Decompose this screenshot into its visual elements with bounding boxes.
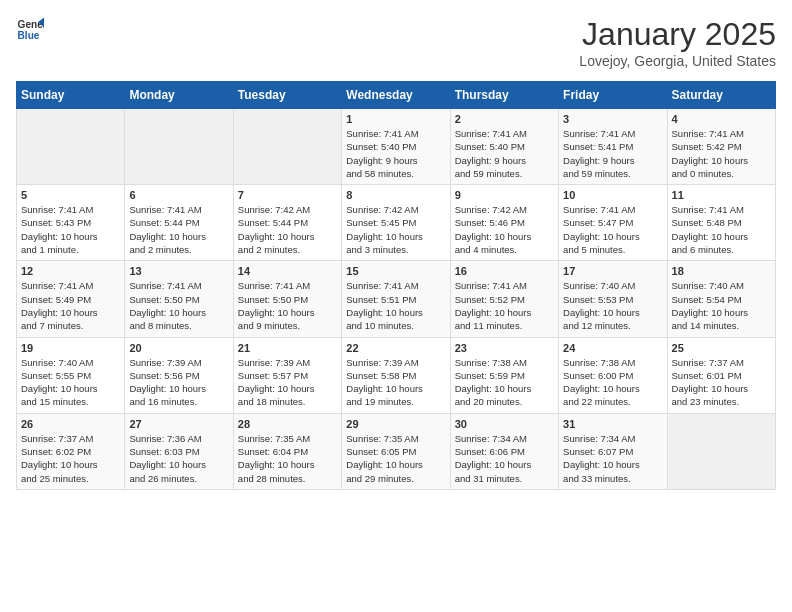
calendar-cell: 14Sunrise: 7:41 AM Sunset: 5:50 PM Dayli… (233, 261, 341, 337)
calendar-cell: 23Sunrise: 7:38 AM Sunset: 5:59 PM Dayli… (450, 337, 558, 413)
calendar-cell: 9Sunrise: 7:42 AM Sunset: 5:46 PM Daylig… (450, 185, 558, 261)
weekday-header: Thursday (450, 82, 558, 109)
calendar-cell (233, 109, 341, 185)
calendar-cell: 20Sunrise: 7:39 AM Sunset: 5:56 PM Dayli… (125, 337, 233, 413)
day-number: 1 (346, 113, 445, 125)
day-number: 20 (129, 342, 228, 354)
day-info: Sunrise: 7:42 AM Sunset: 5:46 PM Dayligh… (455, 203, 554, 256)
day-number: 19 (21, 342, 120, 354)
day-info: Sunrise: 7:35 AM Sunset: 6:05 PM Dayligh… (346, 432, 445, 485)
day-number: 22 (346, 342, 445, 354)
calendar-cell: 21Sunrise: 7:39 AM Sunset: 5:57 PM Dayli… (233, 337, 341, 413)
svg-text:Blue: Blue (18, 30, 40, 41)
page-header: General Blue January 2025 Lovejoy, Georg… (16, 16, 776, 69)
calendar-cell: 2Sunrise: 7:41 AM Sunset: 5:40 PM Daylig… (450, 109, 558, 185)
day-number: 13 (129, 265, 228, 277)
day-number: 2 (455, 113, 554, 125)
calendar-table: SundayMondayTuesdayWednesdayThursdayFrid… (16, 81, 776, 490)
day-number: 31 (563, 418, 662, 430)
day-number: 16 (455, 265, 554, 277)
day-number: 23 (455, 342, 554, 354)
day-info: Sunrise: 7:35 AM Sunset: 6:04 PM Dayligh… (238, 432, 337, 485)
calendar-cell: 17Sunrise: 7:40 AM Sunset: 5:53 PM Dayli… (559, 261, 667, 337)
logo: General Blue (16, 16, 48, 44)
day-number: 5 (21, 189, 120, 201)
calendar-cell: 26Sunrise: 7:37 AM Sunset: 6:02 PM Dayli… (17, 413, 125, 489)
calendar-cell: 31Sunrise: 7:34 AM Sunset: 6:07 PM Dayli… (559, 413, 667, 489)
calendar-cell: 24Sunrise: 7:38 AM Sunset: 6:00 PM Dayli… (559, 337, 667, 413)
day-info: Sunrise: 7:38 AM Sunset: 6:00 PM Dayligh… (563, 356, 662, 409)
day-number: 28 (238, 418, 337, 430)
weekday-header: Wednesday (342, 82, 450, 109)
calendar-cell: 12Sunrise: 7:41 AM Sunset: 5:49 PM Dayli… (17, 261, 125, 337)
day-info: Sunrise: 7:41 AM Sunset: 5:42 PM Dayligh… (672, 127, 771, 180)
calendar-cell: 28Sunrise: 7:35 AM Sunset: 6:04 PM Dayli… (233, 413, 341, 489)
calendar-cell: 30Sunrise: 7:34 AM Sunset: 6:06 PM Dayli… (450, 413, 558, 489)
calendar-cell (17, 109, 125, 185)
calendar-cell: 18Sunrise: 7:40 AM Sunset: 5:54 PM Dayli… (667, 261, 775, 337)
calendar-cell (667, 413, 775, 489)
day-number: 25 (672, 342, 771, 354)
calendar-week-row: 19Sunrise: 7:40 AM Sunset: 5:55 PM Dayli… (17, 337, 776, 413)
day-info: Sunrise: 7:38 AM Sunset: 5:59 PM Dayligh… (455, 356, 554, 409)
day-info: Sunrise: 7:37 AM Sunset: 6:01 PM Dayligh… (672, 356, 771, 409)
calendar-cell: 10Sunrise: 7:41 AM Sunset: 5:47 PM Dayli… (559, 185, 667, 261)
day-number: 18 (672, 265, 771, 277)
days-header-row: SundayMondayTuesdayWednesdayThursdayFrid… (17, 82, 776, 109)
calendar-cell: 15Sunrise: 7:41 AM Sunset: 5:51 PM Dayli… (342, 261, 450, 337)
calendar-cell: 29Sunrise: 7:35 AM Sunset: 6:05 PM Dayli… (342, 413, 450, 489)
day-info: Sunrise: 7:41 AM Sunset: 5:48 PM Dayligh… (672, 203, 771, 256)
calendar-week-row: 12Sunrise: 7:41 AM Sunset: 5:49 PM Dayli… (17, 261, 776, 337)
day-info: Sunrise: 7:41 AM Sunset: 5:50 PM Dayligh… (238, 279, 337, 332)
calendar-cell: 25Sunrise: 7:37 AM Sunset: 6:01 PM Dayli… (667, 337, 775, 413)
logo-icon: General Blue (16, 16, 44, 44)
calendar-week-row: 5Sunrise: 7:41 AM Sunset: 5:43 PM Daylig… (17, 185, 776, 261)
day-info: Sunrise: 7:41 AM Sunset: 5:40 PM Dayligh… (455, 127, 554, 180)
day-info: Sunrise: 7:40 AM Sunset: 5:55 PM Dayligh… (21, 356, 120, 409)
calendar-cell: 5Sunrise: 7:41 AM Sunset: 5:43 PM Daylig… (17, 185, 125, 261)
calendar-cell: 1Sunrise: 7:41 AM Sunset: 5:40 PM Daylig… (342, 109, 450, 185)
weekday-header: Saturday (667, 82, 775, 109)
day-number: 8 (346, 189, 445, 201)
day-number: 29 (346, 418, 445, 430)
calendar-cell: 16Sunrise: 7:41 AM Sunset: 5:52 PM Dayli… (450, 261, 558, 337)
day-info: Sunrise: 7:34 AM Sunset: 6:06 PM Dayligh… (455, 432, 554, 485)
day-number: 26 (21, 418, 120, 430)
day-info: Sunrise: 7:41 AM Sunset: 5:51 PM Dayligh… (346, 279, 445, 332)
calendar-cell: 8Sunrise: 7:42 AM Sunset: 5:45 PM Daylig… (342, 185, 450, 261)
calendar-cell: 4Sunrise: 7:41 AM Sunset: 5:42 PM Daylig… (667, 109, 775, 185)
day-info: Sunrise: 7:42 AM Sunset: 5:45 PM Dayligh… (346, 203, 445, 256)
day-number: 30 (455, 418, 554, 430)
calendar-cell: 27Sunrise: 7:36 AM Sunset: 6:03 PM Dayli… (125, 413, 233, 489)
day-info: Sunrise: 7:39 AM Sunset: 5:56 PM Dayligh… (129, 356, 228, 409)
title-area: January 2025 Lovejoy, Georgia, United St… (579, 16, 776, 69)
weekday-header: Tuesday (233, 82, 341, 109)
weekday-header: Monday (125, 82, 233, 109)
calendar-cell: 7Sunrise: 7:42 AM Sunset: 5:44 PM Daylig… (233, 185, 341, 261)
day-info: Sunrise: 7:41 AM Sunset: 5:52 PM Dayligh… (455, 279, 554, 332)
day-number: 11 (672, 189, 771, 201)
day-number: 21 (238, 342, 337, 354)
day-info: Sunrise: 7:41 AM Sunset: 5:44 PM Dayligh… (129, 203, 228, 256)
calendar-cell: 3Sunrise: 7:41 AM Sunset: 5:41 PM Daylig… (559, 109, 667, 185)
weekday-header: Friday (559, 82, 667, 109)
calendar-week-row: 26Sunrise: 7:37 AM Sunset: 6:02 PM Dayli… (17, 413, 776, 489)
day-info: Sunrise: 7:34 AM Sunset: 6:07 PM Dayligh… (563, 432, 662, 485)
day-number: 6 (129, 189, 228, 201)
location-subtitle: Lovejoy, Georgia, United States (579, 53, 776, 69)
calendar-week-row: 1Sunrise: 7:41 AM Sunset: 5:40 PM Daylig… (17, 109, 776, 185)
day-number: 27 (129, 418, 228, 430)
day-info: Sunrise: 7:39 AM Sunset: 5:57 PM Dayligh… (238, 356, 337, 409)
day-number: 10 (563, 189, 662, 201)
day-info: Sunrise: 7:40 AM Sunset: 5:54 PM Dayligh… (672, 279, 771, 332)
day-number: 9 (455, 189, 554, 201)
month-title: January 2025 (579, 16, 776, 53)
day-info: Sunrise: 7:41 AM Sunset: 5:49 PM Dayligh… (21, 279, 120, 332)
day-number: 15 (346, 265, 445, 277)
day-number: 17 (563, 265, 662, 277)
calendar-cell: 13Sunrise: 7:41 AM Sunset: 5:50 PM Dayli… (125, 261, 233, 337)
calendar-cell: 22Sunrise: 7:39 AM Sunset: 5:58 PM Dayli… (342, 337, 450, 413)
day-number: 7 (238, 189, 337, 201)
weekday-header: Sunday (17, 82, 125, 109)
day-info: Sunrise: 7:41 AM Sunset: 5:41 PM Dayligh… (563, 127, 662, 180)
